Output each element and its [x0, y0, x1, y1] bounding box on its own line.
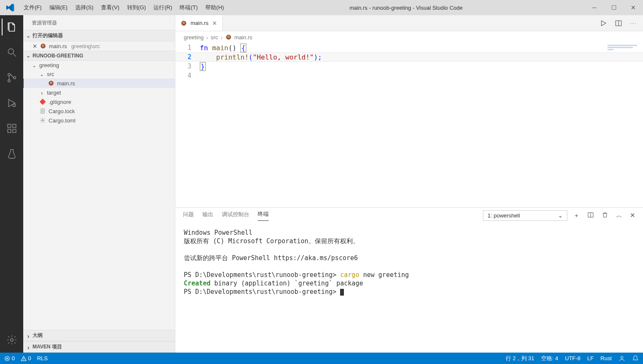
- split-terminal-icon[interactable]: [587, 212, 594, 220]
- panel-tab-output[interactable]: 输出: [202, 211, 213, 221]
- maximize-panel-icon[interactable]: ︿: [616, 212, 622, 220]
- chevron-down-icon: ⌄: [32, 62, 37, 68]
- menu-run[interactable]: 运行(R): [150, 2, 175, 13]
- svg-rect-6: [8, 124, 11, 128]
- svg-text:R: R: [42, 44, 44, 47]
- split-editor-icon[interactable]: [615, 19, 622, 27]
- open-editor-item[interactable]: ✕ R main.rs greeting\src: [23, 41, 175, 51]
- maven-label: MAVEN 项目: [33, 343, 62, 350]
- folder-label: greeting: [39, 62, 59, 68]
- chevron-right-icon: ›: [206, 34, 208, 41]
- status-indent[interactable]: 空格: 4: [541, 355, 558, 362]
- activity-bar: [0, 15, 23, 353]
- menu-go[interactable]: 转到(G): [124, 2, 150, 13]
- feedback-icon[interactable]: [618, 355, 625, 362]
- line-number: 2: [188, 53, 191, 61]
- outline-label: 大纲: [33, 332, 43, 339]
- new-terminal-icon[interactable]: ＋: [573, 212, 580, 220]
- close-file-icon[interactable]: ✕: [33, 43, 37, 49]
- menu-help[interactable]: 帮助(H): [202, 2, 227, 13]
- run-icon[interactable]: [599, 19, 607, 27]
- minimap[interactable]: [608, 45, 637, 53]
- file-gitignore[interactable]: .gitignore: [23, 97, 175, 106]
- editor-area: R main.rs ✕ ··· greeting › src › R main.…: [175, 15, 643, 353]
- close-panel-icon[interactable]: ✕: [630, 212, 635, 220]
- chevron-right-icon: ›: [39, 90, 44, 96]
- maximize-button[interactable]: ☐: [604, 0, 624, 15]
- editor-tab-main[interactable]: R main.rs ✕: [175, 15, 223, 31]
- maven-section[interactable]: › MAVEN 项目: [23, 341, 175, 353]
- file-label: Cargo.toml: [49, 117, 76, 124]
- outline-section[interactable]: › 大纲: [23, 330, 175, 341]
- more-icon[interactable]: ···: [630, 20, 637, 26]
- close-tab-icon[interactable]: ✕: [212, 20, 217, 27]
- status-warnings[interactable]: 0: [21, 355, 31, 362]
- git-file-icon: [39, 98, 46, 105]
- open-editors-section[interactable]: ⌄ 打开的编辑器: [23, 30, 175, 41]
- status-language[interactable]: Rust: [600, 355, 612, 361]
- svg-rect-7: [8, 129, 11, 133]
- folder-target[interactable]: › target: [23, 88, 175, 97]
- vscode-logo-icon: [0, 3, 20, 12]
- breadcrumb-item[interactable]: src: [211, 34, 218, 41]
- kill-terminal-icon[interactable]: [602, 212, 608, 220]
- folder-greeting[interactable]: ⌄ greeting: [23, 61, 175, 70]
- file-tree: ⌄ greeting ⌄ src R main.rs › target: [23, 61, 175, 330]
- settings-icon[interactable]: [2, 331, 22, 348]
- explorer-icon[interactable]: [2, 19, 22, 35]
- line-number: 3: [188, 62, 191, 70]
- search-icon[interactable]: [2, 44, 22, 61]
- menu-selection[interactable]: 选择(S): [72, 2, 97, 13]
- window-controls: ─ ☐ ✕: [585, 0, 643, 15]
- menu-file[interactable]: 文件(F): [20, 2, 45, 13]
- svg-point-20: [42, 120, 44, 121]
- code-editor[interactable]: 1 fn main() { 2 println!("Hello, world!"…: [175, 43, 643, 207]
- terminal[interactable]: Windows PowerShell 版权所有 (C) Microsoft Co…: [175, 221, 643, 353]
- breadcrumb-item[interactable]: greeting: [184, 34, 204, 41]
- minimize-button[interactable]: ─: [585, 0, 604, 15]
- sidebar-title: 资源管理器: [23, 15, 175, 30]
- source-control-icon[interactable]: [2, 69, 22, 86]
- chevron-down-icon: ⌄: [39, 71, 44, 77]
- breadcrumbs[interactable]: greeting › src › R main.rs: [175, 31, 643, 43]
- terminal-selector[interactable]: 1: powershell ⌄: [483, 210, 567, 221]
- file-main-rs[interactable]: R main.rs: [23, 79, 175, 88]
- folder-src[interactable]: ⌄ src: [23, 70, 175, 79]
- terminal-line: 版权所有 (C) Microsoft Corporation。保留所有权利。: [184, 237, 635, 245]
- panel-tab-problems[interactable]: 问题: [183, 211, 194, 221]
- gear-file-icon: [39, 117, 46, 124]
- chevron-down-icon: ⌄: [26, 53, 31, 59]
- notifications-icon[interactable]: [632, 355, 639, 362]
- chevron-right-icon: ›: [221, 34, 223, 41]
- extensions-icon[interactable]: [2, 120, 22, 137]
- chevron-down-icon: ⌄: [26, 33, 31, 39]
- menu-edit[interactable]: 编辑(E): [46, 2, 71, 13]
- status-bar: 0 0 RLS 行 2，列 31 空格: 4 UTF-8 LF Rust: [0, 353, 643, 364]
- run-debug-icon[interactable]: [2, 95, 22, 111]
- breadcrumb-item[interactable]: main.rs: [234, 34, 253, 41]
- terminal-selector-label: 1: powershell: [488, 212, 520, 219]
- menu-view[interactable]: 查看(V): [98, 2, 123, 13]
- tab-label: main.rs: [191, 20, 209, 26]
- rust-file-icon: R: [225, 34, 232, 41]
- file-cargo-lock[interactable]: Cargo.lock: [23, 106, 175, 116]
- status-rls[interactable]: RLS: [37, 355, 48, 361]
- file-label: .gitignore: [49, 99, 71, 105]
- panel-tab-terminal[interactable]: 终端: [258, 210, 269, 221]
- panel-tab-debug-console[interactable]: 调试控制台: [222, 211, 249, 221]
- status-encoding[interactable]: UTF-8: [565, 355, 580, 361]
- window-title: main.rs - runoob-greeting - Visual Studi…: [227, 5, 585, 11]
- status-line-col[interactable]: 行 2，列 31: [506, 355, 534, 362]
- menu-terminal[interactable]: 终端(T): [176, 2, 201, 13]
- file-cargo-toml[interactable]: Cargo.toml: [23, 116, 175, 125]
- status-errors[interactable]: 0: [4, 355, 15, 362]
- status-eol[interactable]: LF: [587, 355, 594, 361]
- svg-point-0: [8, 49, 14, 54]
- close-button[interactable]: ✕: [624, 0, 643, 15]
- testing-icon[interactable]: [2, 145, 22, 162]
- rust-file-icon: R: [40, 43, 46, 49]
- folder-label: target: [47, 90, 61, 96]
- project-section[interactable]: ⌄ RUNOOB-GREETING: [23, 51, 175, 61]
- project-name: RUNOOB-GREETING: [33, 53, 83, 59]
- chevron-right-icon: ›: [26, 344, 31, 351]
